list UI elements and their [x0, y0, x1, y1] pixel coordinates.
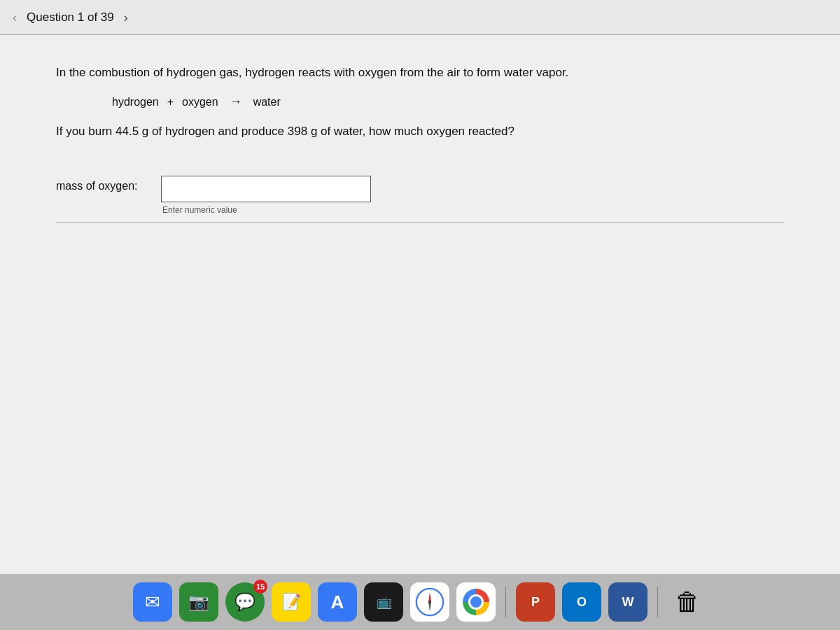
dock-powerpoint[interactable]: P — [516, 582, 555, 622]
chrome-icon — [463, 589, 489, 615]
dock-notes[interactable]: 📝 — [272, 582, 311, 622]
intro-paragraph: In the combustion of hydrogen gas, hydro… — [56, 63, 784, 82]
dock-messages[interactable]: 💬 15 — [225, 582, 265, 622]
svg-point-4 — [428, 601, 431, 603]
content-divider — [56, 222, 784, 223]
safari-icon — [414, 587, 445, 617]
mail-icon: ✉ — [145, 592, 160, 613]
input-hint-text: Enter numeric value — [162, 205, 237, 215]
chemical-equation: hydrogen + oxygen → water — [112, 94, 784, 109]
input-wrapper: Enter numeric value — [161, 176, 371, 215]
dock-separator-2 — [657, 587, 658, 617]
outlook-icon: O — [577, 595, 587, 610]
dock-chrome[interactable] — [456, 582, 496, 622]
reactant2-label: oxygen — [182, 96, 218, 108]
next-question-button[interactable]: › — [120, 10, 132, 25]
apple-tv-icon: 📺 — [377, 594, 391, 610]
answer-section: mass of oxygen: Enter numeric value — [56, 176, 784, 215]
dock-trash[interactable]: 🗑 — [668, 582, 707, 622]
dock-separator — [505, 587, 506, 617]
dock-mail[interactable]: ✉ — [133, 582, 172, 622]
answer-field-label: mass of oxygen: — [56, 176, 147, 192]
messages-badge: 15 — [253, 580, 267, 594]
question-counter: Question 1 of 39 — [27, 10, 114, 24]
dock-facetime[interactable]: 📷 — [179, 582, 218, 622]
dock-word[interactable]: W — [608, 582, 648, 622]
powerpoint-icon: P — [531, 595, 540, 610]
previous-question-button[interactable]: ‹ — [8, 10, 21, 25]
dock-outlook[interactable]: O — [562, 582, 601, 622]
notes-icon: 📝 — [282, 593, 301, 611]
main-question-text: If you burn 44.5 g of hydrogen and produ… — [56, 122, 784, 141]
trash-icon: 🗑 — [675, 587, 700, 617]
mass-of-oxygen-input[interactable] — [161, 176, 371, 202]
product-label: water — [253, 96, 281, 108]
dock-translate[interactable]: A — [318, 582, 357, 622]
messages-icon: 💬 — [234, 592, 255, 612]
top-navigation-bar: ‹ Question 1 of 39 › — [0, 0, 840, 35]
translate-icon: A — [331, 592, 344, 613]
reaction-arrow: → — [230, 94, 242, 109]
macos-dock: ✉ 📷 💬 15 📝 A 📺 P — [0, 574, 840, 630]
dock-apple-tv[interactable]: 📺 — [364, 582, 403, 622]
main-content-area: In the combustion of hydrogen gas, hydro… — [0, 35, 840, 574]
reactant1-label: hydrogen — [112, 96, 159, 108]
word-icon: W — [622, 595, 634, 610]
plus-sign: + — [167, 96, 174, 108]
dock-safari[interactable] — [410, 582, 449, 622]
facetime-icon: 📷 — [188, 592, 209, 612]
